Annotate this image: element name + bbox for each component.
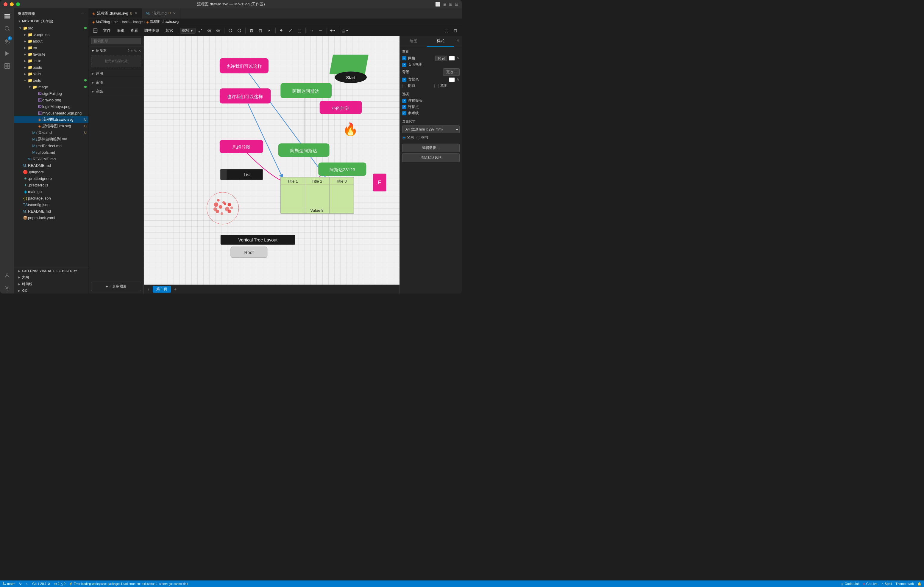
insert-btn[interactable]: + <box>328 26 337 35</box>
clear-style-button[interactable]: 清除默认风格 <box>402 153 460 162</box>
zoom-out-btn[interactable] <box>214 26 223 35</box>
tree-item-src[interactable]: ▼ 📁 src <box>14 25 88 31</box>
page-view-checkbox[interactable]: ✓ <box>402 63 406 67</box>
layout-icon-4[interactable]: ⊟ <box>455 2 459 7</box>
activity-settings[interactable] <box>2 283 13 294</box>
tree-item-yanshi[interactable]: M↓ 演示.md U <box>14 129 88 136</box>
tree-item-linux[interactable]: ▶ 📁 linux <box>14 58 88 64</box>
grid-checkbox[interactable]: ✓ <box>402 56 406 60</box>
tree-item-vuepress[interactable]: ▶ 📁 .vuepress <box>14 31 88 38</box>
menu-edit[interactable]: 编辑 <box>114 27 127 35</box>
activity-search[interactable] <box>2 23 13 34</box>
menu-view[interactable]: 查看 <box>127 27 141 35</box>
tree-item-en[interactable]: ▶ 📁 en <box>14 44 88 51</box>
connect-arrows-checkbox[interactable]: ✓ <box>402 99 406 103</box>
tree-item-pnpm-lock[interactable]: 📦 pnpm-lock.yaml <box>14 214 88 221</box>
notepad-add-icon[interactable]: + <box>131 49 133 53</box>
search-shapes-input[interactable] <box>94 39 139 43</box>
right-panel-close-btn[interactable]: ✕ <box>454 36 462 47</box>
minimize-button[interactable] <box>10 2 14 6</box>
maximize-button[interactable] <box>16 2 20 6</box>
tree-item-loginmihoyo[interactable]: 🖼 loginMihoyo.png <box>14 103 88 110</box>
breadcrumb-image[interactable]: image <box>133 20 143 24</box>
activity-run[interactable] <box>2 48 13 59</box>
tree-item-drawio-png[interactable]: 🖼 drawio.png <box>14 97 88 103</box>
portrait-option[interactable]: 竖向 <box>402 135 414 140</box>
menu-format[interactable]: 调整图形 <box>141 27 163 35</box>
change-background-btn[interactable]: 更改... <box>443 68 460 76</box>
bg-color-edit-icon[interactable]: ✎ <box>457 77 460 82</box>
page-tab-1[interactable]: 第 1 页 <box>153 286 171 293</box>
menu-file[interactable]: 文件 <box>100 27 114 35</box>
layout-icon-3[interactable]: ⊞ <box>449 2 452 7</box>
zoom-control[interactable]: 60% ▼ <box>180 28 196 34</box>
tree-item-skills[interactable]: ▶ 📁 skills <box>14 71 88 77</box>
bg-color-checkbox[interactable]: ✓ <box>402 77 406 82</box>
rect-btn[interactable] <box>295 26 304 35</box>
tree-item-yuanshen[interactable]: M↓ 原神自动签到.md <box>14 136 88 143</box>
grid-size-input[interactable] <box>435 56 447 61</box>
redo-btn[interactable] <box>235 26 244 35</box>
line-btn[interactable] <box>286 26 295 35</box>
zoom-fit-btn[interactable] <box>196 26 205 35</box>
tree-item-miyoushe[interactable]: 🖼 miyousheautoSign.png <box>14 110 88 116</box>
tree-item-siweitu[interactable]: ◈ 思维导图.km.svg U <box>14 123 88 129</box>
zoom-in-btn[interactable] <box>205 26 213 35</box>
tree-item-package-json[interactable]: { } package.json <box>14 195 88 201</box>
tree-item-readme-upper[interactable]: M↓ README.md <box>14 156 88 162</box>
activity-account[interactable] <box>2 270 13 281</box>
canvas-area[interactable]: 也许我们可以这样 Start 阿斯达阿斯达 也许我们可以这样 <box>144 36 399 284</box>
layout-icon-1[interactable]: ⬜ <box>435 2 440 7</box>
activity-extensions[interactable] <box>2 61 13 71</box>
tab-liuchengtu[interactable]: ◈ 流程图.drawio.svg U ✕ <box>89 8 142 18</box>
table-btn[interactable] <box>341 26 349 35</box>
grid-color-swatch[interactable] <box>449 56 455 61</box>
activity-source-control[interactable]: 6 <box>2 36 13 46</box>
accordion-advanced-header[interactable]: ▶ 高级 <box>89 87 144 96</box>
sidebar-panel-outline[interactable]: ▶ 大纲 <box>14 274 88 281</box>
tree-item-tools[interactable]: ▼ 📁 tools <box>14 77 88 84</box>
page-menu-icon[interactable]: ⋮ <box>146 287 150 292</box>
tree-item-readme-root[interactable]: M↓ README.md <box>14 208 88 214</box>
tree-item-signfail[interactable]: 🖼 signFail.jpg <box>14 90 88 97</box>
tree-item-posts[interactable]: ▶ 📁 posts <box>14 64 88 71</box>
tree-item-image[interactable]: ▼ 📁 image <box>14 84 88 90</box>
breadcrumb-src[interactable]: src <box>114 20 118 24</box>
tree-item-utools[interactable]: M↓ uTools.md <box>14 149 88 156</box>
tree-item-prettierignore[interactable]: ✦ .prettierignore <box>14 175 88 182</box>
fullscreen-btn[interactable] <box>442 26 451 35</box>
tab-yanshi[interactable]: M↓ 演示.md U ✕ <box>142 8 180 18</box>
edit-data-button[interactable]: 编辑数据... <box>402 144 460 152</box>
sidebar-panel-timeline[interactable]: ▶ 时间线 <box>14 281 88 288</box>
accordion-misc-header[interactable]: ▶ 杂项 <box>89 78 144 87</box>
bg-color-swatch[interactable] <box>449 77 455 82</box>
tree-item-readme-lower[interactable]: M↓ README.md <box>14 162 88 169</box>
sidebar-more-button[interactable]: ··· <box>80 11 85 16</box>
cut-btn[interactable]: ✂ <box>265 26 274 35</box>
shape-10[interactable] <box>221 169 263 180</box>
tree-item-tsconfig[interactable]: TS tsconfig.json <box>14 201 88 208</box>
landscape-radio[interactable] <box>416 136 420 140</box>
connect-points-checkbox[interactable]: ✓ <box>402 105 406 109</box>
tree-item-maingo[interactable]: ◉ main.go <box>14 188 88 195</box>
notepad-help-icon[interactable]: ? <box>127 49 129 53</box>
arrow-btn[interactable]: → <box>307 26 316 35</box>
page-add-icon[interactable]: ＋ <box>173 287 177 292</box>
tab-close-yanshi[interactable]: ✕ <box>172 11 177 16</box>
tree-item-prettierrc[interactable]: ✦ .prettierrc.js <box>14 182 88 188</box>
fill-btn[interactable] <box>277 26 286 35</box>
tree-item-mdperfect[interactable]: M↓ mdPerfect.md <box>14 143 88 149</box>
activity-explorer[interactable] <box>2 11 13 21</box>
copy-btn[interactable]: ⊟ <box>256 26 265 35</box>
line-style-btn[interactable] <box>317 26 325 35</box>
add-shapes-button[interactable]: + + 更多图形 <box>91 282 141 291</box>
tab-style[interactable]: 样式 <box>427 36 454 47</box>
undo-btn[interactable] <box>226 26 234 35</box>
breadcrumb-tools[interactable]: tools <box>122 20 129 24</box>
sidebar-panel-gitlens[interactable]: ▶ GITLENS: VISUAL FILE HISTORY <box>14 268 88 274</box>
panel-toggle-btn[interactable]: ⊟ <box>451 26 460 35</box>
delete-btn[interactable] <box>248 26 256 35</box>
menu-other[interactable]: 其它 <box>163 27 176 35</box>
tree-item-liuchengtu[interactable]: ◈ 流程图.drawio.svg U <box>14 116 88 123</box>
tree-item-about[interactable]: ▶ 📁 about <box>14 38 88 44</box>
